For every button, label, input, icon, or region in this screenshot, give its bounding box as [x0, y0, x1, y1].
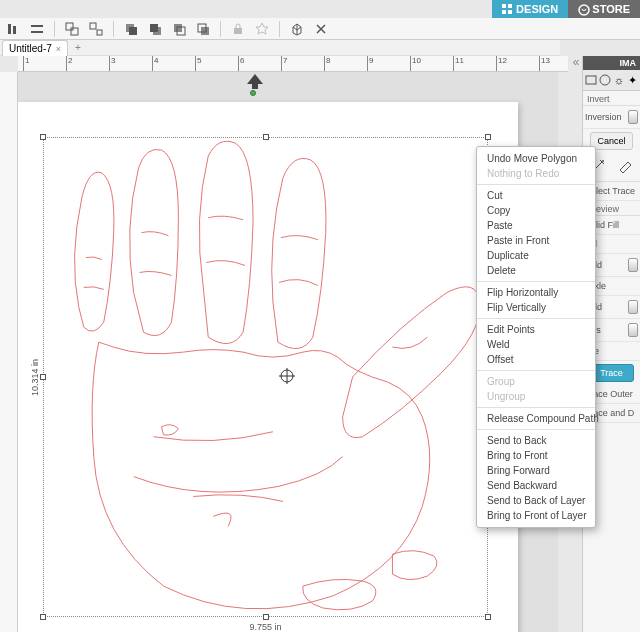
svg-rect-11 — [90, 23, 96, 29]
svg-rect-16 — [150, 24, 158, 32]
svg-point-24 — [600, 75, 610, 85]
cancel-button[interactable]: Cancel — [590, 132, 632, 150]
svg-rect-2 — [502, 10, 506, 14]
arrange4-icon[interactable] — [194, 20, 212, 38]
speckle-slider[interactable] — [628, 300, 638, 314]
distribute-icon[interactable] — [28, 20, 46, 38]
svg-rect-6 — [13, 26, 16, 34]
page: 9.755 in 10.314 in — [18, 102, 518, 632]
svg-rect-1 — [508, 4, 512, 8]
file-tab-label: Untitled-7 — [9, 43, 52, 54]
cm-flip-h[interactable]: Flip Horizontally — [477, 285, 595, 300]
context-menu: Undo Move Polygon Nothing to Redo Cut Co… — [476, 146, 596, 528]
cm-paste-front[interactable]: Paste in Front — [477, 233, 595, 248]
cm-bring-front-layer[interactable]: Bring to Front of Layer — [477, 508, 595, 523]
selection-box[interactable]: 9.755 in 10.314 in — [43, 137, 488, 617]
star-icon[interactable] — [253, 20, 271, 38]
tab-design-label: DESIGN — [516, 3, 558, 15]
eraser-icon[interactable] — [616, 157, 634, 177]
grid-icon — [502, 4, 512, 14]
cm-undo[interactable]: Undo Move Polygon — [477, 151, 595, 166]
ruler-horizontal: 1 2 3 4 5 6 7 8 9 10 11 12 13 — [18, 56, 568, 72]
rotation-handle[interactable] — [250, 90, 256, 96]
tab-store[interactable]: STORE — [568, 0, 640, 18]
traced-handprint[interactable] — [44, 138, 487, 616]
arrange1-icon[interactable] — [122, 20, 140, 38]
arrange2-icon[interactable] — [146, 20, 164, 38]
collapse-panel-icon[interactable]: « — [570, 56, 582, 70]
cm-flip-v[interactable]: Flip Vertically — [477, 300, 595, 315]
svg-point-25 — [602, 160, 604, 162]
lock-icon[interactable] — [229, 20, 247, 38]
panel-brightness-icon[interactable]: ☼ — [613, 73, 625, 87]
cm-bring-forward[interactable]: Bring Forward — [477, 463, 595, 478]
svg-rect-12 — [97, 30, 102, 35]
cm-redo: Nothing to Redo — [477, 166, 595, 181]
inversion-label: Inversion — [585, 112, 628, 122]
svg-rect-9 — [66, 23, 73, 30]
store-icon — [578, 4, 588, 14]
cm-duplicate[interactable]: Duplicate — [477, 248, 595, 263]
cm-offset[interactable]: Offset — [477, 352, 595, 367]
svg-rect-17 — [174, 24, 182, 32]
svg-rect-8 — [31, 31, 43, 33]
cm-ungroup: Ungroup — [477, 389, 595, 404]
panel-image-icon[interactable] — [585, 73, 597, 87]
cm-group: Group — [477, 374, 595, 389]
cm-send-back[interactable]: Send to Back — [477, 433, 595, 448]
pass-slider[interactable] — [628, 323, 638, 337]
group-icon[interactable] — [63, 20, 81, 38]
cm-cut[interactable]: Cut — [477, 188, 595, 203]
cm-edit-points[interactable]: Edit Points — [477, 322, 595, 337]
svg-rect-19 — [201, 27, 209, 35]
cm-copy[interactable]: Copy — [477, 203, 595, 218]
svg-rect-7 — [31, 25, 43, 27]
cm-paste[interactable]: Paste — [477, 218, 595, 233]
panel-palette-icon[interactable] — [599, 73, 611, 87]
cm-bring-front[interactable]: Bring to Front — [477, 448, 595, 463]
cm-delete[interactable]: Delete — [477, 263, 595, 278]
cm-send-back-layer[interactable]: Send to Back of Layer — [477, 493, 595, 508]
file-add-button[interactable]: + — [72, 42, 84, 53]
arrange3-icon[interactable] — [170, 20, 188, 38]
inversion-slider[interactable] — [628, 110, 638, 124]
svg-rect-10 — [71, 28, 78, 35]
panel-crop-icon[interactable]: ✦ — [627, 73, 639, 87]
close-icon[interactable] — [312, 20, 330, 38]
svg-rect-3 — [508, 10, 512, 14]
svg-rect-14 — [129, 27, 137, 35]
svg-rect-21 — [234, 28, 242, 34]
tab-store-label: STORE — [592, 3, 630, 15]
ungroup-icon[interactable] — [87, 20, 105, 38]
svg-rect-23 — [586, 76, 596, 84]
align-icon[interactable] — [4, 20, 22, 38]
cm-weld[interactable]: Weld — [477, 337, 595, 352]
selection-width: 9.755 in — [44, 622, 487, 632]
origin-arrow-icon — [243, 72, 267, 90]
selection-height: 10.314 in — [30, 138, 40, 616]
ruler-vertical — [0, 72, 18, 632]
cm-send-backward[interactable]: Send Backward — [477, 478, 595, 493]
tab-design[interactable]: DESIGN — [492, 0, 568, 18]
svg-rect-5 — [8, 24, 11, 34]
file-tabs: Untitled-7 × + — [0, 40, 560, 56]
panel-header: IMA — [583, 56, 640, 70]
toolbar — [0, 18, 640, 40]
cube-icon[interactable] — [288, 20, 306, 38]
invert-label: Invert — [583, 91, 640, 106]
svg-rect-0 — [502, 4, 506, 8]
center-crosshair-icon — [279, 368, 295, 384]
cm-release[interactable]: Release Compound Path — [477, 411, 595, 426]
file-tab-close[interactable]: × — [56, 44, 61, 54]
threshold-slider[interactable] — [628, 258, 638, 272]
file-tab[interactable]: Untitled-7 × — [2, 40, 68, 56]
